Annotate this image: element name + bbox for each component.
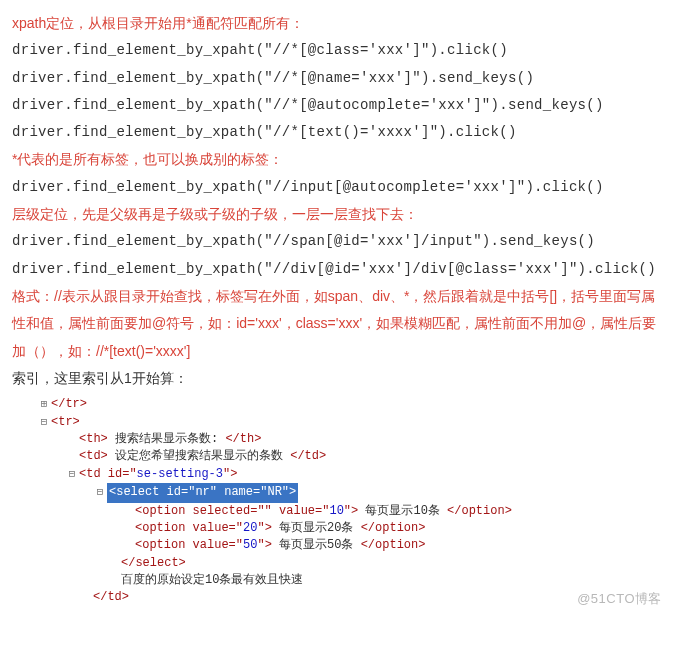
collapse-icon: ⊞ (37, 396, 51, 413)
code-line: driver.find_element_by_xpaht("//*[@class… (12, 37, 664, 64)
comment-line: *代表的是所有标签，也可以换成别的标签： (12, 146, 664, 173)
expand-icon: ⊟ (93, 484, 107, 501)
comment-line: xpath定位，从根目录开始用*通配符匹配所有： (12, 10, 664, 37)
code-line: driver.find_element_by_xpath("//div[@id=… (12, 256, 664, 283)
code-line: driver.find_element_by_xpath("//span[@id… (12, 228, 664, 255)
code-line: driver.find_element_by_xpath("//*[@name=… (12, 65, 664, 92)
comment-format: 格式：//表示从跟目录开始查找，标签写在外面，如span、div、*，然后跟着就… (12, 283, 664, 365)
html-source-snippet: ⊞</tr> ⊟<tr> <th> 搜索结果显示条数: </th> <td> 设… (37, 396, 664, 613)
expand-icon: ⊟ (65, 466, 79, 483)
comment-index: 索引，这里索引从1开始算： (12, 365, 664, 392)
highlighted-line: <select id="nr" name="NR"> (107, 483, 298, 502)
expand-icon: ⊟ (37, 414, 51, 431)
code-line: driver.find_element_by_xpath("//*[text()… (12, 119, 664, 146)
watermark: @51CTO博客 (577, 590, 662, 609)
code-line: driver.find_element_by_xpath("//*[@autoc… (12, 92, 664, 119)
code-line: driver.find_element_by_xpath("//input[@a… (12, 174, 664, 201)
comment-line: 层级定位，先是父级再是子级或子级的子级，一层一层查找下去： (12, 201, 664, 228)
